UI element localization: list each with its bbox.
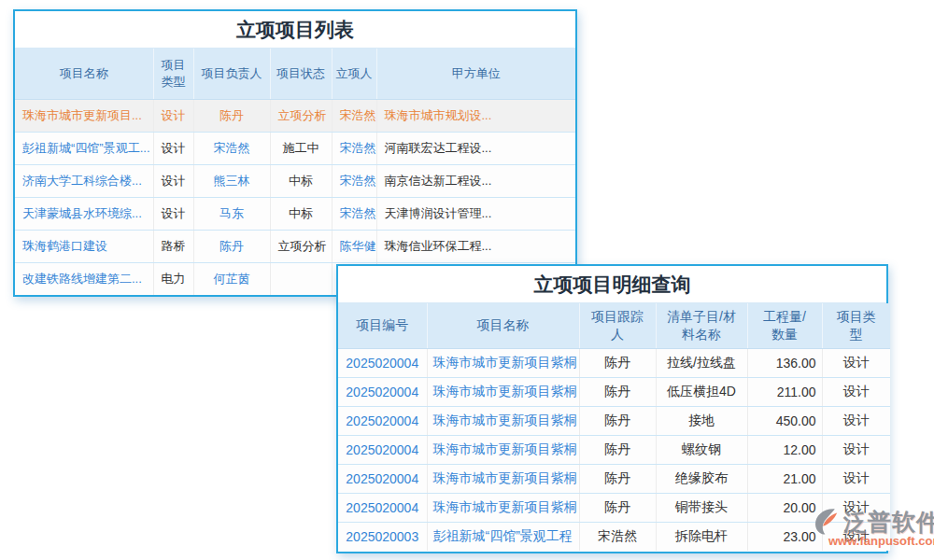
column-header-project-tracker: 项目跟踪人 [579, 303, 656, 348]
project-code-cell[interactable]: 2025020004 [338, 377, 427, 406]
project-status-cell [270, 262, 332, 295]
project-type-cell: 设计 [822, 464, 890, 493]
project-tracker-cell: 陈丹 [579, 435, 656, 464]
project-status-cell: 立项分析 [270, 230, 332, 262]
project-tracker-cell: 陈丹 [579, 377, 656, 406]
client-unit-cell: 天津博润设计管理... [376, 197, 575, 230]
project-manager-cell[interactable]: 熊三林 [193, 164, 270, 197]
table-row[interactable]: 2025020004珠海市城市更新项目紫桐陈丹螺纹钢12.00设计 [338, 435, 890, 464]
project-name-cell[interactable]: 珠海市城市更新项目紫桐 [427, 464, 579, 493]
table-row[interactable]: 2025020004珠海市城市更新项目紫桐陈丹接地450.00设计 [338, 406, 890, 435]
project-type-cell: 电力 [153, 262, 193, 295]
project-tracker-cell: 陈丹 [579, 493, 656, 522]
list-table-title: 立项项目列表 [15, 11, 575, 49]
project-type-cell: 设计 [153, 197, 193, 230]
initiator-cell[interactable]: 宋浩然 [332, 197, 376, 230]
initiator-cell[interactable]: 宋浩然 [332, 132, 376, 164]
quantity-cell: 21.00 [747, 464, 822, 493]
project-type-cell: 设计 [822, 493, 890, 522]
material-name-cell: 螺纹钢 [656, 435, 747, 464]
quantity-cell: 211.00 [747, 377, 822, 406]
material-name-cell: 拉线/拉线盘 [656, 348, 747, 377]
project-code-cell[interactable]: 2025020004 [338, 435, 427, 464]
detail-table-title: 立项项目明细查询 [338, 266, 886, 303]
project-type-cell: 设计 [822, 406, 890, 435]
quantity-cell: 136.00 [747, 348, 822, 377]
project-tracker-cell: 陈丹 [579, 348, 656, 377]
project-type-cell: 设计 [153, 99, 193, 132]
project-manager-cell[interactable]: 陈丹 [193, 230, 270, 262]
header-row: 项目名称项目类型项目负责人项目状态立项人甲方单位 [15, 49, 575, 99]
table-row[interactable]: 珠海鹤港口建设路桥陈丹立项分析陈华健珠海信业环保工程... [15, 230, 575, 262]
project-name-cell[interactable]: 彭祖新城“四馆”景观工程 [427, 522, 579, 551]
project-status-cell: 中标 [270, 197, 332, 230]
project-list-panel: 立项项目列表 项目名称项目类型项目负责人项目状态立项人甲方单位珠海市城市更新项目… [13, 9, 577, 297]
project-name-cell[interactable]: 珠海鹤港口建设 [15, 230, 153, 262]
project-type-cell: 设计 [822, 377, 890, 406]
quantity-cell: 20.00 [747, 493, 822, 522]
project-code-cell[interactable]: 2025020004 [338, 464, 427, 493]
table-row[interactable]: 珠海市城市更新项目...设计陈丹立项分析宋浩然珠海市城市规划设... [15, 99, 575, 132]
project-code-cell[interactable]: 2025020004 [338, 493, 427, 522]
quantity-cell: 23.00 [747, 522, 822, 551]
client-unit-cell: 河南联宏达工程设... [376, 132, 575, 164]
project-tracker-cell: 陈丹 [579, 406, 656, 435]
project-list-table: 项目名称项目类型项目负责人项目状态立项人甲方单位珠海市城市更新项目...设计陈丹… [15, 49, 575, 295]
column-header-material-name: 清单子目/材料名称 [656, 303, 747, 348]
project-status-cell: 施工中 [270, 132, 332, 164]
project-type-cell: 设计 [822, 522, 890, 551]
column-header-project-type: 项目类型 [822, 303, 890, 348]
project-manager-cell[interactable]: 何芷茵 [193, 262, 270, 295]
project-code-cell[interactable]: 2025020003 [338, 522, 427, 551]
client-unit-cell: 南京信达新工程设... [376, 164, 575, 197]
header-row: 项目编号项目名称项目跟踪人清单子目/材料名称工程量/数量项目类型 [338, 303, 890, 348]
project-detail-table: 项目编号项目名称项目跟踪人清单子目/材料名称工程量/数量项目类型20250200… [338, 303, 890, 551]
table-row[interactable]: 天津蒙城县水环境综...设计马东中标宋浩然天津博润设计管理... [15, 197, 575, 230]
project-name-cell[interactable]: 珠海市城市更新项目紫桐 [427, 435, 579, 464]
material-name-cell: 低压横担4D [656, 377, 747, 406]
table-row[interactable]: 2025020004珠海市城市更新项目紫桐陈丹绝缘胶布21.00设计 [338, 464, 890, 493]
project-tracker-cell: 宋浩然 [579, 522, 656, 551]
project-name-cell[interactable]: 珠海市城市更新项目... [15, 99, 153, 132]
project-manager-cell[interactable]: 马东 [193, 197, 270, 230]
project-name-cell[interactable]: 济南大学工科综合楼... [15, 164, 153, 197]
project-code-cell[interactable]: 2025020004 [338, 348, 427, 377]
project-type-cell: 设计 [153, 164, 193, 197]
material-name-cell: 接地 [656, 406, 747, 435]
project-manager-cell[interactable]: 宋浩然 [193, 132, 270, 164]
column-header-project-code: 项目编号 [338, 303, 427, 348]
project-name-cell[interactable]: 珠海市城市更新项目紫桐 [427, 493, 579, 522]
project-name-cell[interactable]: 珠海市城市更新项目紫桐 [427, 348, 579, 377]
table-row[interactable]: 济南大学工科综合楼...设计熊三林中标宋浩然南京信达新工程设... [15, 164, 575, 197]
project-name-cell[interactable]: 珠海市城市更新项目紫桐 [427, 377, 579, 406]
column-header-project-manager: 项目负责人 [193, 49, 270, 99]
table-row[interactable]: 2025020004珠海市城市更新项目紫桐陈丹低压横担4D211.00设计 [338, 377, 890, 406]
initiator-cell[interactable]: 陈华健 [332, 230, 376, 262]
project-type-cell: 路桥 [153, 230, 193, 262]
table-row[interactable]: 彭祖新城“四馆”景观工...设计宋浩然施工中宋浩然河南联宏达工程设... [15, 132, 575, 164]
quantity-cell: 450.00 [747, 406, 822, 435]
project-status-cell: 中标 [270, 164, 332, 197]
project-name-cell[interactable]: 改建铁路线增建第二... [15, 262, 153, 295]
table-row[interactable]: 2025020004珠海市城市更新项目紫桐陈丹铜带接头20.00设计 [338, 493, 890, 522]
column-header-project-type: 项目类型 [153, 49, 193, 99]
material-name-cell: 绝缘胶布 [656, 464, 747, 493]
project-manager-cell[interactable]: 陈丹 [193, 99, 270, 132]
project-type-cell: 设计 [822, 348, 890, 377]
column-header-quantity: 工程量/数量 [747, 303, 822, 348]
table-row[interactable]: 2025020004珠海市城市更新项目紫桐陈丹拉线/拉线盘136.00设计 [338, 348, 890, 377]
initiator-cell[interactable]: 宋浩然 [332, 99, 376, 132]
column-header-project-name: 项目名称 [427, 303, 579, 348]
table-row[interactable]: 2025020003彭祖新城“四馆”景观工程宋浩然拆除电杆23.00设计 [338, 522, 890, 551]
project-name-cell[interactable]: 珠海市城市更新项目紫桐 [427, 406, 579, 435]
project-code-cell[interactable]: 2025020004 [338, 406, 427, 435]
project-name-cell[interactable]: 彭祖新城“四馆”景观工... [15, 132, 153, 164]
column-header-initiator: 立项人 [332, 49, 376, 99]
project-name-cell[interactable]: 天津蒙城县水环境综... [15, 197, 153, 230]
project-detail-panel: 立项项目明细查询 项目编号项目名称项目跟踪人清单子目/材料名称工程量/数量项目类… [336, 264, 888, 553]
column-header-project-name: 项目名称 [15, 49, 153, 99]
project-type-cell: 设计 [153, 132, 193, 164]
column-header-client-unit: 甲方单位 [376, 49, 575, 99]
project-status-cell: 立项分析 [270, 99, 332, 132]
initiator-cell[interactable]: 宋浩然 [332, 164, 376, 197]
